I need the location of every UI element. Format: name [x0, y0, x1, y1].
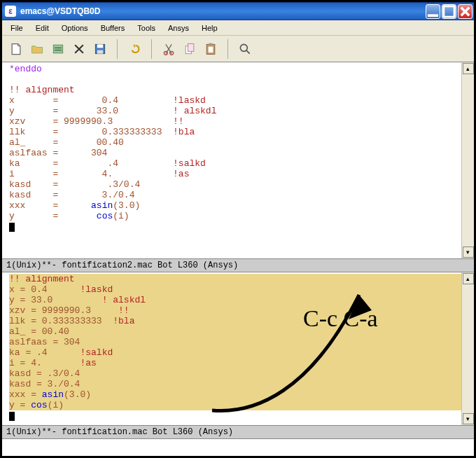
menubar: File Edit Options Buffers Tools Ansys He…: [2, 20, 474, 36]
code-line: x = 0.4: [9, 95, 173, 106]
code-line: xxx =: [9, 389, 42, 400]
close-button[interactable]: [458, 4, 472, 19]
code-comment: !bla: [173, 127, 195, 137]
code-line: kasd = 3./0.4: [9, 379, 80, 389]
emacs-icon: ε: [5, 6, 16, 17]
code-line: kasd = 3./0.4: [9, 190, 134, 200]
code-line: (3.0): [113, 200, 140, 211]
paste-button[interactable]: [201, 39, 220, 59]
menu-file[interactable]: File: [5, 22, 29, 34]
search-button[interactable]: [235, 39, 255, 59]
scrollbar-top[interactable]: ▴ ▾: [461, 62, 474, 258]
cut-button[interactable]: [159, 39, 178, 59]
modeline-bottom[interactable]: 1(Unix)**- fontification.mac Bot L360 (A…: [2, 425, 474, 439]
code-line: xxx =: [9, 200, 91, 211]
modeline-top[interactable]: 1(Unix)**- fontification2.mac Bot L360 (…: [2, 258, 474, 272]
code-line: y = 33.0: [9, 295, 102, 305]
code-line: x = 0.4: [9, 284, 80, 295]
buffer-top[interactable]: *enddo !! alignment x = 0.4 !laskd y = 3…: [8, 62, 461, 258]
toolbar: [2, 36, 474, 62]
menu-options[interactable]: Options: [56, 22, 94, 34]
code-line: llk = 0.333333333: [9, 316, 113, 326]
code-comment: !salkd: [80, 347, 113, 358]
code-func: cos: [31, 400, 47, 410]
code-func: asin: [42, 389, 64, 400]
code-line: (i): [113, 211, 129, 221]
editor-area: *enddo !! alignment x = 0.4 !laskd y = 3…: [2, 62, 474, 452]
code-line: (i): [48, 400, 64, 410]
code-line: xzv = 9999990.3: [9, 305, 118, 316]
code-line: xzv = 9999990.3: [9, 116, 173, 127]
code-line: al_ = 00.40: [9, 326, 69, 337]
code-comment: !as: [80, 358, 96, 368]
code-line: i = 4.: [9, 169, 173, 179]
code-comment: ! alskdl: [173, 106, 216, 116]
svg-rect-1: [444, 6, 454, 16]
code-comment: !! alignment: [9, 85, 75, 95]
cursor: [9, 412, 15, 421]
code-line: (3.0): [64, 389, 91, 400]
menu-buffers[interactable]: Buffers: [95, 22, 131, 34]
code-comment: !bla: [113, 316, 134, 326]
minimize-button[interactable]: [426, 4, 440, 19]
pane-top: *enddo !! alignment x = 0.4 !laskd y = 3…: [2, 62, 474, 272]
code-line: aslfaas = 304: [9, 337, 80, 347]
copy-button[interactable]: [180, 39, 200, 59]
code-comment: !!: [173, 116, 184, 127]
code-line: y = 33.0: [9, 106, 173, 116]
svg-rect-6: [97, 44, 103, 48]
svg-rect-11: [188, 43, 194, 51]
code-comment: !laskd: [80, 284, 113, 295]
menu-ansys[interactable]: Ansys: [162, 22, 195, 34]
svg-rect-4: [55, 49, 62, 50]
scroll-up-icon[interactable]: ▴: [463, 273, 474, 284]
code-line: ka = .4: [9, 158, 173, 169]
svg-rect-13: [209, 46, 214, 52]
fringe-left: [2, 62, 8, 258]
undo-button[interactable]: [125, 39, 144, 59]
open-file-button[interactable]: [27, 39, 47, 59]
code-comment: !as: [173, 169, 189, 179]
save-button[interactable]: [90, 39, 110, 59]
scrollbar-bottom[interactable]: ▴ ▾: [461, 272, 474, 425]
code-comment: !!: [118, 305, 130, 316]
fringe-left: [2, 272, 8, 425]
menu-help[interactable]: Help: [196, 22, 223, 34]
svg-rect-14: [209, 43, 213, 45]
code-comment: !laskd: [173, 95, 206, 106]
svg-rect-0: [428, 14, 438, 17]
code-comment: !salkd: [173, 158, 206, 169]
code-func: cos: [97, 211, 113, 221]
code-line: i = 4.: [9, 358, 80, 368]
scroll-down-icon[interactable]: ▾: [463, 413, 474, 424]
code-line: llk = 0.333333333: [9, 127, 173, 137]
directory-button[interactable]: [48, 39, 68, 59]
code-line: kasd = .3/0.4: [9, 179, 140, 190]
code-func: asin: [91, 200, 113, 211]
minibuffer[interactable]: [2, 439, 474, 452]
code-comment: !! alignment: [9, 274, 75, 284]
code-line: y =: [9, 211, 97, 221]
svg-rect-7: [97, 50, 103, 53]
code-line: ka = .4: [9, 347, 80, 358]
window-title: emacs@VSDTQB0D: [20, 6, 100, 16]
svg-rect-2: [53, 45, 62, 53]
code-line: kasd = .3/0.4: [9, 368, 80, 379]
menu-edit[interactable]: Edit: [30, 22, 55, 34]
svg-rect-3: [55, 47, 62, 48]
code-keyword: *enddo: [9, 64, 42, 74]
pane-bottom: !! alignment x = 0.4 !laskd y = 33.0 ! a…: [2, 272, 474, 439]
maximize-button[interactable]: [442, 4, 456, 19]
new-file-button[interactable]: [6, 39, 26, 59]
menu-tools[interactable]: Tools: [132, 22, 161, 34]
buffer-bottom[interactable]: !! alignment x = 0.4 !laskd y = 33.0 ! a…: [8, 272, 461, 425]
scroll-down-icon[interactable]: ▾: [463, 247, 474, 258]
code-line: aslfaas = 304: [9, 148, 107, 158]
code-line: y =: [9, 400, 31, 410]
titlebar: ε emacs@VSDTQB0D: [2, 2, 474, 20]
cursor: [9, 223, 15, 232]
scroll-up-icon[interactable]: ▴: [463, 63, 474, 74]
code-line: al_ = 00.40: [9, 137, 124, 148]
close-file-button[interactable]: [69, 39, 89, 59]
code-comment: ! alskdl: [102, 295, 146, 305]
